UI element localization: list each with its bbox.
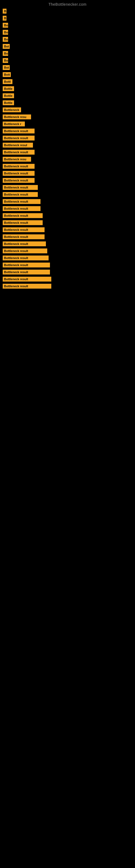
- label-row: Bottleneck resu: [3, 113, 132, 120]
- label-row: Bottle: [3, 99, 132, 106]
- bottleneck-label: Bottleneck result: [3, 164, 35, 169]
- bottleneck-label: Bo: [3, 51, 8, 56]
- bottleneck-label: Bottleneck result: [3, 235, 45, 239]
- label-row: Bottleneck result: [3, 276, 132, 283]
- label-row: Bot: [3, 43, 132, 50]
- bottleneck-label: Bottleneck result: [3, 185, 38, 190]
- bottleneck-label: Bottleneck result: [3, 220, 43, 225]
- label-row: Bo: [3, 36, 132, 43]
- bottleneck-label: Bottleneck r: [3, 122, 25, 126]
- bottleneck-label: Bot: [3, 44, 10, 49]
- label-row: Bottleneck result: [3, 134, 132, 142]
- bottleneck-label: Bottleneck result: [3, 192, 38, 197]
- label-row: Bo: [3, 22, 132, 29]
- label-row: Bottleneck result: [3, 261, 132, 269]
- label-row: Bott: [3, 71, 132, 78]
- label-row: Bottleneck result: [3, 233, 132, 240]
- label-row: Bo: [3, 50, 132, 57]
- label-row: Bottleneck result: [3, 269, 132, 276]
- bottleneck-label: Bottleneck resu: [3, 157, 31, 162]
- site-title: TheBottlenecker.com: [0, 0, 135, 8]
- bottleneck-label: Bottleneck result: [3, 178, 35, 183]
- label-row: Bottle: [3, 92, 132, 99]
- bottleneck-label: Bottle: [3, 86, 14, 91]
- bottleneck-label: Bottleneck result: [3, 277, 51, 282]
- label-row: Bottleneck result: [3, 177, 132, 184]
- bottleneck-label: Bottl: [3, 79, 12, 84]
- bottleneck-label: Bottleneck: [3, 107, 21, 112]
- label-row: Bottleneck result: [3, 198, 132, 205]
- bottleneck-label: Bot: [3, 65, 10, 70]
- labels-container: BBBoBoBoBotBoBoBotBottBottlBottleBottleB…: [0, 8, 135, 290]
- bottleneck-label: B: [3, 9, 6, 13]
- label-row: Bottleneck result: [3, 149, 132, 156]
- label-row: B: [3, 14, 132, 22]
- label-row: Bottleneck result: [3, 191, 132, 198]
- label-row: Bottleneck result: [3, 212, 132, 219]
- label-row: Bottleneck result: [3, 170, 132, 177]
- label-row: Bottleneck resul: [3, 142, 132, 149]
- label-row: Bo: [3, 57, 132, 64]
- label-row: Bottleneck result: [3, 219, 132, 226]
- bottleneck-label: B: [3, 16, 6, 21]
- label-row: Bottleneck r: [3, 120, 132, 127]
- label-row: Bo: [3, 29, 132, 36]
- bottleneck-label: Bottleneck result: [3, 262, 50, 268]
- bottleneck-label: Bottleneck resu: [3, 115, 31, 119]
- bottleneck-label: Bottleneck result: [3, 206, 41, 211]
- bottleneck-label: Bottleneck result: [3, 171, 35, 176]
- label-row: Bottleneck: [3, 106, 132, 113]
- label-row: Bottleneck result: [3, 283, 132, 290]
- bottleneck-label: Bottleneck result: [3, 150, 35, 155]
- label-row: Bot: [3, 64, 132, 71]
- bottleneck-label: Bo: [3, 30, 8, 35]
- bottleneck-label: Bottleneck result: [3, 270, 50, 275]
- label-row: Bottle: [3, 85, 132, 92]
- bottleneck-label: Bottle: [3, 100, 14, 105]
- bottleneck-label: Bottleneck result: [3, 255, 49, 260]
- bottleneck-label: Bottleneck resul: [3, 143, 33, 148]
- label-row: Bottleneck result: [3, 205, 132, 212]
- bottleneck-label: Bo: [3, 37, 8, 42]
- label-row: Bottleneck result: [3, 184, 132, 191]
- bottleneck-label: Bo: [3, 23, 8, 28]
- bottleneck-label: Bottleneck result: [3, 129, 35, 133]
- bottleneck-label: Bott: [3, 72, 11, 77]
- bottleneck-label: Bottleneck result: [3, 213, 43, 218]
- label-row: Bottleneck result: [3, 226, 132, 233]
- bottleneck-label: Bottleneck result: [3, 241, 46, 246]
- bottleneck-label: Bottle: [3, 93, 14, 98]
- bottleneck-label: Bottleneck result: [3, 227, 45, 232]
- label-row: Bottl: [3, 78, 132, 85]
- bottleneck-label: Bottleneck result: [3, 135, 35, 141]
- label-row: Bottleneck result: [3, 240, 132, 247]
- label-row: Bottleneck result: [3, 127, 132, 134]
- bottleneck-label: Bottleneck result: [3, 284, 51, 289]
- label-row: Bottleneck result: [3, 247, 132, 254]
- label-row: Bottleneck result: [3, 254, 132, 261]
- bottleneck-label: Bottleneck result: [3, 248, 47, 253]
- label-row: B: [3, 8, 132, 14]
- label-row: Bottleneck result: [3, 163, 132, 170]
- bottleneck-label: Bottleneck result: [3, 199, 41, 204]
- bottleneck-label: Bo: [3, 58, 8, 63]
- label-row: Bottleneck resu: [3, 156, 132, 163]
